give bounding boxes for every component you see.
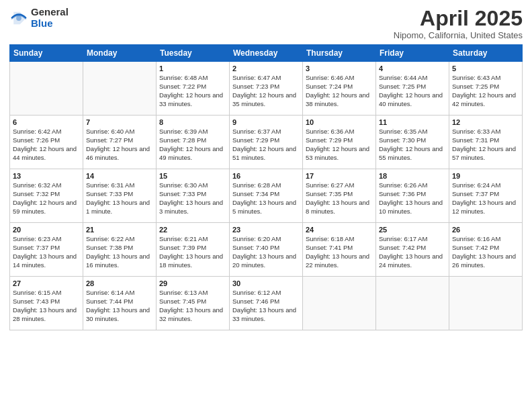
day-number: 17 — [306, 172, 373, 180]
day-number: 23 — [232, 226, 300, 234]
day-info: Sunrise: 6:48 AM Sunset: 7:22 PM Dayligh… — [159, 74, 226, 108]
day-number: 14 — [86, 172, 153, 180]
header-sunday: Sunday — [10, 45, 83, 62]
day-info: Sunrise: 6:36 AM Sunset: 7:29 PM Dayligh… — [306, 128, 373, 162]
day-info: Sunrise: 6:16 AM Sunset: 7:42 PM Dayligh… — [452, 235, 519, 269]
table-row — [303, 277, 376, 330]
day-number: 4 — [379, 64, 446, 73]
calendar-title: April 2025 — [394, 7, 523, 30]
day-number: 8 — [159, 118, 226, 126]
day-number: 6 — [13, 118, 80, 126]
table-row: 13Sunrise: 6:32 AM Sunset: 7:32 PM Dayli… — [10, 169, 83, 223]
day-number: 11 — [379, 118, 446, 126]
table-row: 14Sunrise: 6:31 AM Sunset: 7:33 PM Dayli… — [83, 169, 157, 223]
day-info: Sunrise: 6:23 AM Sunset: 7:37 PM Dayligh… — [13, 235, 80, 269]
day-number: 15 — [159, 172, 226, 180]
calendar-subtitle: Nipomo, California, United States — [394, 30, 523, 40]
day-info: Sunrise: 6:46 AM Sunset: 7:24 PM Dayligh… — [306, 74, 373, 108]
day-info: Sunrise: 6:27 AM Sunset: 7:35 PM Dayligh… — [306, 181, 373, 216]
calendar-header-row: Sunday Monday Tuesday Wednesday Thursday… — [10, 45, 523, 62]
table-row: 19Sunrise: 6:24 AM Sunset: 7:37 PM Dayli… — [449, 169, 523, 223]
day-info: Sunrise: 6:20 AM Sunset: 7:40 PM Dayligh… — [232, 235, 300, 269]
header-saturday: Saturday — [449, 45, 523, 62]
day-info: Sunrise: 6:31 AM Sunset: 7:33 PM Dayligh… — [86, 181, 153, 216]
day-info: Sunrise: 6:43 AM Sunset: 7:25 PM Dayligh… — [452, 74, 519, 108]
table-row — [449, 277, 523, 330]
day-info: Sunrise: 6:14 AM Sunset: 7:44 PM Dayligh… — [86, 289, 153, 323]
table-row: 29Sunrise: 6:13 AM Sunset: 7:45 PM Dayli… — [157, 277, 230, 330]
day-number: 26 — [452, 226, 519, 234]
day-number: 19 — [452, 172, 519, 180]
day-number: 18 — [379, 172, 446, 180]
day-info: Sunrise: 6:12 AM Sunset: 7:46 PM Dayligh… — [232, 289, 300, 323]
day-info: Sunrise: 6:35 AM Sunset: 7:30 PM Dayligh… — [379, 128, 446, 162]
table-row: 25Sunrise: 6:17 AM Sunset: 7:42 PM Dayli… — [376, 223, 449, 277]
day-info: Sunrise: 6:39 AM Sunset: 7:28 PM Dayligh… — [159, 128, 226, 162]
logo-blue-text: Blue — [31, 18, 69, 30]
table-row: 9Sunrise: 6:37 AM Sunset: 7:29 PM Daylig… — [230, 116, 303, 169]
table-row: 30Sunrise: 6:12 AM Sunset: 7:46 PM Dayli… — [230, 277, 303, 330]
logo-text: General Blue — [31, 7, 69, 29]
day-info: Sunrise: 6:28 AM Sunset: 7:34 PM Dayligh… — [232, 181, 300, 216]
day-number: 1 — [159, 64, 226, 73]
calendar-week-row: 1Sunrise: 6:48 AM Sunset: 7:22 PM Daylig… — [10, 62, 523, 116]
table-row — [376, 277, 449, 330]
day-info: Sunrise: 6:15 AM Sunset: 7:43 PM Dayligh… — [13, 289, 80, 323]
table-row: 3Sunrise: 6:46 AM Sunset: 7:24 PM Daylig… — [303, 62, 376, 116]
table-row: 16Sunrise: 6:28 AM Sunset: 7:34 PM Dayli… — [230, 169, 303, 223]
day-info: Sunrise: 6:17 AM Sunset: 7:42 PM Dayligh… — [379, 235, 446, 269]
table-row: 12Sunrise: 6:33 AM Sunset: 7:31 PM Dayli… — [449, 116, 523, 169]
day-info: Sunrise: 6:32 AM Sunset: 7:32 PM Dayligh… — [13, 181, 80, 216]
table-row: 28Sunrise: 6:14 AM Sunset: 7:44 PM Dayli… — [83, 277, 157, 330]
day-number: 27 — [13, 279, 80, 287]
logo-icon — [9, 9, 28, 28]
page-header: General Blue April 2025 Nipomo, Californ… — [9, 7, 523, 40]
table-row: 23Sunrise: 6:20 AM Sunset: 7:40 PM Dayli… — [230, 223, 303, 277]
table-row: 1Sunrise: 6:48 AM Sunset: 7:22 PM Daylig… — [157, 62, 230, 116]
day-info: Sunrise: 6:30 AM Sunset: 7:33 PM Dayligh… — [159, 181, 226, 216]
day-info: Sunrise: 6:40 AM Sunset: 7:27 PM Dayligh… — [86, 128, 153, 162]
table-row: 22Sunrise: 6:21 AM Sunset: 7:39 PM Dayli… — [157, 223, 230, 277]
day-info: Sunrise: 6:24 AM Sunset: 7:37 PM Dayligh… — [452, 181, 519, 216]
title-block: April 2025 Nipomo, California, United St… — [394, 7, 523, 40]
table-row: 26Sunrise: 6:16 AM Sunset: 7:42 PM Dayli… — [449, 223, 523, 277]
day-number: 13 — [13, 172, 80, 180]
day-info: Sunrise: 6:13 AM Sunset: 7:45 PM Dayligh… — [159, 289, 226, 323]
header-wednesday: Wednesday — [230, 45, 303, 62]
day-info: Sunrise: 6:44 AM Sunset: 7:25 PM Dayligh… — [379, 74, 446, 108]
table-row: 7Sunrise: 6:40 AM Sunset: 7:27 PM Daylig… — [83, 116, 157, 169]
day-number: 29 — [159, 279, 226, 287]
day-info: Sunrise: 6:26 AM Sunset: 7:36 PM Dayligh… — [379, 181, 446, 216]
calendar-week-row: 27Sunrise: 6:15 AM Sunset: 7:43 PM Dayli… — [10, 277, 523, 330]
calendar-week-row: 6Sunrise: 6:42 AM Sunset: 7:26 PM Daylig… — [10, 116, 523, 169]
day-info: Sunrise: 6:18 AM Sunset: 7:41 PM Dayligh… — [306, 235, 373, 269]
header-thursday: Thursday — [303, 45, 376, 62]
table-row: 2Sunrise: 6:47 AM Sunset: 7:23 PM Daylig… — [230, 62, 303, 116]
table-row: 15Sunrise: 6:30 AM Sunset: 7:33 PM Dayli… — [157, 169, 230, 223]
table-row: 11Sunrise: 6:35 AM Sunset: 7:30 PM Dayli… — [376, 116, 449, 169]
day-number: 21 — [86, 226, 153, 234]
calendar-week-row: 20Sunrise: 6:23 AM Sunset: 7:37 PM Dayli… — [10, 223, 523, 277]
day-number: 10 — [306, 118, 373, 126]
day-info: Sunrise: 6:47 AM Sunset: 7:23 PM Dayligh… — [232, 74, 300, 108]
calendar-week-row: 13Sunrise: 6:32 AM Sunset: 7:32 PM Dayli… — [10, 169, 523, 223]
table-row: 10Sunrise: 6:36 AM Sunset: 7:29 PM Dayli… — [303, 116, 376, 169]
day-number: 22 — [159, 226, 226, 234]
svg-point-2 — [16, 15, 21, 21]
day-info: Sunrise: 6:21 AM Sunset: 7:39 PM Dayligh… — [159, 235, 226, 269]
table-row: 24Sunrise: 6:18 AM Sunset: 7:41 PM Dayli… — [303, 223, 376, 277]
day-info: Sunrise: 6:22 AM Sunset: 7:38 PM Dayligh… — [86, 235, 153, 269]
table-row: 8Sunrise: 6:39 AM Sunset: 7:28 PM Daylig… — [157, 116, 230, 169]
table-row: 6Sunrise: 6:42 AM Sunset: 7:26 PM Daylig… — [10, 116, 83, 169]
day-number: 5 — [452, 64, 519, 73]
day-info: Sunrise: 6:42 AM Sunset: 7:26 PM Dayligh… — [13, 128, 80, 162]
day-number: 2 — [232, 64, 300, 73]
header-friday: Friday — [376, 45, 449, 62]
table-row — [10, 62, 83, 116]
day-number: 3 — [306, 64, 373, 73]
day-number: 28 — [86, 279, 153, 287]
day-number: 9 — [232, 118, 300, 126]
header-monday: Monday — [83, 45, 157, 62]
table-row: 4Sunrise: 6:44 AM Sunset: 7:25 PM Daylig… — [376, 62, 449, 116]
day-number: 20 — [13, 226, 80, 234]
